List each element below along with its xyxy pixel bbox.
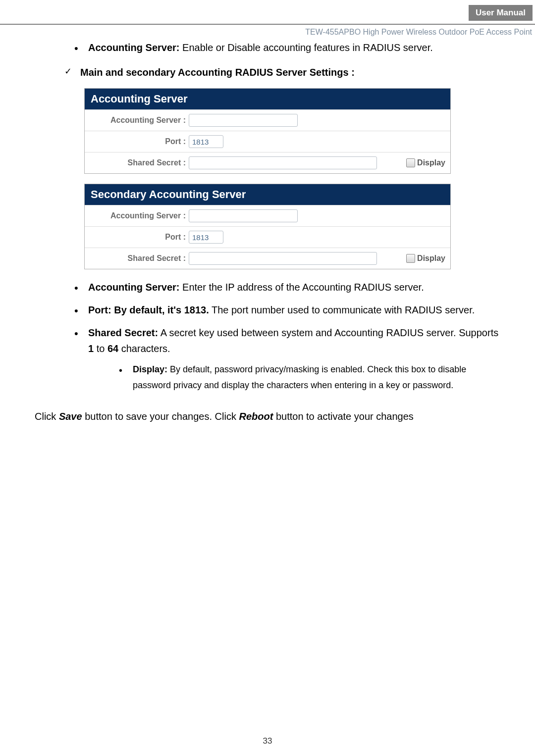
desc-label: Port: By default, it's 1813. bbox=[88, 304, 209, 315]
row-shared-secret: Shared Secret : Display bbox=[85, 248, 450, 269]
row-accounting-server: Accounting Server : bbox=[85, 205, 450, 226]
label-shared-secret: Shared Secret : bbox=[90, 158, 189, 167]
reboot-keyword: Reboot bbox=[239, 411, 273, 422]
desc-bold: 64 bbox=[107, 343, 118, 354]
desc-port: Port: By default, it's 1813. The port nu… bbox=[74, 302, 500, 318]
closing-span: button to activate your changes bbox=[273, 411, 414, 422]
desc-text: A secret key used between system and Acc… bbox=[158, 327, 498, 338]
desc-shared-secret: Shared Secret: A secret key used between… bbox=[74, 325, 500, 394]
input-port[interactable] bbox=[189, 231, 223, 244]
closing-span: button to save your changes. Click bbox=[82, 411, 239, 422]
desc-display: Display: By default, password privacy/ma… bbox=[119, 361, 500, 394]
input-port[interactable] bbox=[189, 135, 223, 148]
label-port: Port : bbox=[90, 233, 189, 242]
user-manual-badge: User Manual bbox=[469, 5, 533, 21]
section-heading: Main and secondary Accounting RADIUS Ser… bbox=[63, 64, 500, 80]
label-accounting-server: Accounting Server : bbox=[90, 116, 189, 125]
page-number: 33 bbox=[0, 736, 535, 746]
desc-text: characters. bbox=[118, 343, 170, 354]
label-display: Display bbox=[417, 254, 445, 263]
intro-bullet-label: Accounting Server: bbox=[88, 42, 179, 53]
input-shared-secret[interactable] bbox=[189, 252, 377, 265]
row-port: Port : bbox=[85, 131, 450, 152]
row-port: Port : bbox=[85, 226, 450, 248]
desc-label: Accounting Server: bbox=[88, 282, 179, 293]
panel-title: Secondary Accounting Server bbox=[85, 184, 450, 205]
desc-bold: 1 bbox=[88, 343, 94, 354]
save-keyword: Save bbox=[59, 411, 82, 422]
checkbox-display[interactable] bbox=[406, 158, 415, 167]
desc-accounting-server: Accounting Server: Enter the IP address … bbox=[74, 279, 500, 295]
accounting-server-panel: Accounting Server Accounting Server : Po… bbox=[84, 88, 451, 174]
label-port: Port : bbox=[90, 137, 189, 146]
closing-span: Click bbox=[35, 411, 59, 422]
product-subtitle: TEW-455APBO High Power Wireless Outdoor … bbox=[0, 28, 532, 37]
secondary-accounting-server-panel: Secondary Accounting Server Accounting S… bbox=[84, 184, 451, 269]
intro-bullet: Accounting Server: Enable or Disable acc… bbox=[74, 40, 500, 55]
intro-bullet-text: Enable or Disable accounting features in… bbox=[179, 42, 432, 53]
closing-text: Click Save button to save your changes. … bbox=[35, 408, 500, 424]
desc-text: The port number used to communicate with… bbox=[209, 304, 475, 315]
panel-title: Accounting Server bbox=[85, 89, 450, 109]
input-accounting-server[interactable] bbox=[189, 114, 298, 127]
label-accounting-server: Accounting Server : bbox=[90, 211, 189, 220]
desc-text: to bbox=[94, 343, 107, 354]
input-shared-secret[interactable] bbox=[189, 156, 377, 169]
row-shared-secret: Shared Secret : Display bbox=[85, 152, 450, 173]
row-accounting-server: Accounting Server : bbox=[85, 109, 450, 131]
checkbox-display[interactable] bbox=[406, 254, 415, 263]
desc-sub-label: Display: bbox=[133, 364, 167, 374]
desc-label: Shared Secret: bbox=[88, 327, 158, 338]
input-accounting-server[interactable] bbox=[189, 209, 298, 222]
desc-text: Enter the IP address of the Accounting R… bbox=[179, 282, 424, 293]
desc-sub-text: By default, password privacy/masking is … bbox=[133, 364, 466, 390]
label-display: Display bbox=[417, 158, 445, 167]
label-shared-secret: Shared Secret : bbox=[90, 254, 189, 263]
